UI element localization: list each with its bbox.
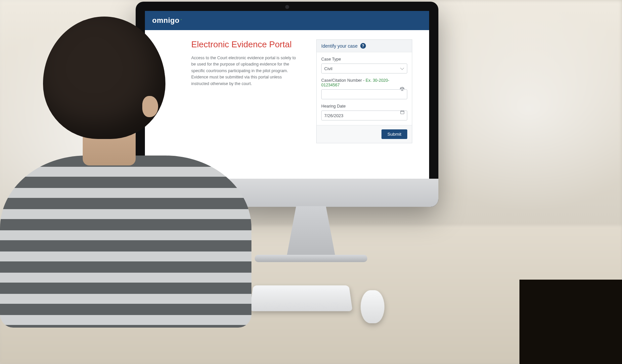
card-header: Identify your case ? [317,40,412,52]
case-type-field: Case Type Civil [321,57,407,73]
case-type-select[interactable]: Civil [321,64,407,73]
keyboard [249,285,353,311]
app-header: omnigo′ [145,11,429,30]
hearing-date-field: Hearing Date [321,104,407,120]
monitor-stand-foot [255,255,367,262]
brand-name: omnigo [152,16,179,25]
hearing-date-input[interactable] [321,111,407,120]
hearing-date-label: Hearing Date [321,104,407,109]
svg-rect-0 [401,111,404,114]
background-dark-corner [519,280,622,364]
card-footer: Submit [317,125,412,143]
case-number-label: Case/Citation Number - Ex. 30-2020-01234… [321,78,407,87]
case-number-field: Case/Citation Number - Ex. 30-2020-01234… [321,78,407,99]
brand-logo: omnigo′ [152,16,182,25]
case-number-label-prefix: Case/Citation Number - [321,78,366,83]
scales-icon [400,86,405,91]
card-body: Case Type Civil Case/Citation Number - E… [317,52,412,125]
case-number-input[interactable] [321,89,407,99]
case-number-example-prefix: Ex. [366,78,373,83]
submit-button[interactable]: Submit [381,129,407,139]
mouse [360,290,385,323]
identify-case-card: Identify your case ? Case Type Civil [316,39,412,143]
screen-viewport: omnigo′ Electronic Evidence Portal Acces… [145,11,429,179]
calendar-icon[interactable] [400,110,405,114]
intro-column: Electronic Evidence Portal Access to the… [191,39,300,87]
monitor-chin [136,179,438,207]
page-title: Electronic Evidence Portal [191,39,300,50]
brand-mark-icon: ′ [181,19,182,23]
case-type-label: Case Type [321,57,407,62]
card-title: Identify your case [321,43,358,49]
app-screen: omnigo′ Electronic Evidence Portal Acces… [145,11,429,179]
help-icon[interactable]: ? [360,43,366,49]
page-intro-text: Access to the Court electronic evidence … [191,55,300,87]
page-body: Electronic Evidence Portal Access to the… [145,30,429,179]
monitor-frame: omnigo′ Electronic Evidence Portal Acces… [136,2,438,207]
